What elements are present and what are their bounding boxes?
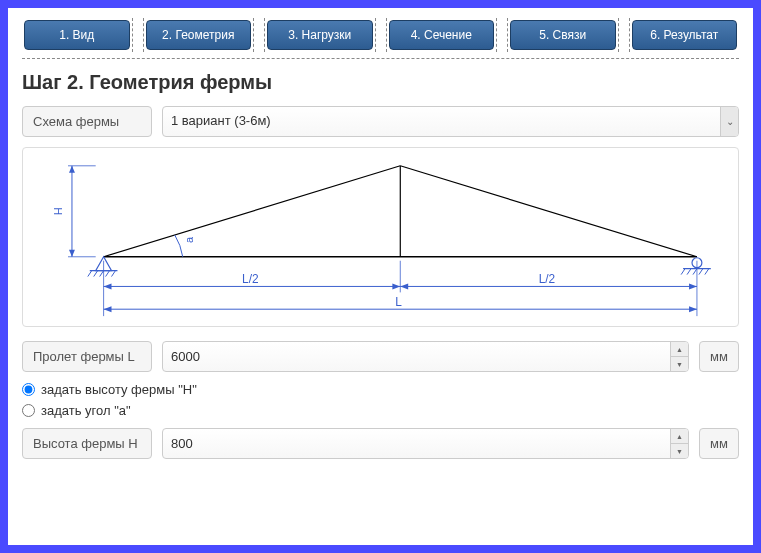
scheme-select[interactable]: 1 вариант (3-6м) [162,106,739,137]
svg-text:L/2: L/2 [242,272,259,286]
svg-line-1 [104,166,401,257]
truss-diagram: H a L/2 L/2 L [22,147,739,327]
tab-view[interactable]: 1. Вид [24,20,130,50]
page-title: Шаг 2. Геометрия фермы [22,71,739,94]
tab-geometry[interactable]: 2. Геометрия [146,20,252,50]
height-spinner[interactable]: ▲▼ [670,429,688,458]
svg-marker-30 [104,283,112,289]
svg-line-7 [94,271,98,277]
svg-marker-31 [392,283,400,289]
tab-section[interactable]: 4. Сечение [389,20,495,50]
svg-line-13 [681,269,685,275]
radio-by-height[interactable]: задать высоту фермы "H" [22,382,739,397]
height-input[interactable] [162,428,689,459]
svg-text:L: L [395,295,402,309]
svg-line-15 [693,269,697,275]
svg-line-6 [88,271,92,277]
svg-marker-32 [400,283,408,289]
svg-line-8 [100,271,104,277]
step-tabs: 1. Вид 2. Геометрия 3. Нагрузки 4. Сечен… [22,18,739,59]
tab-result[interactable]: 6. Результат [632,20,738,50]
svg-marker-22 [69,250,75,257]
svg-text:L/2: L/2 [539,272,556,286]
height-unit: мм [699,428,739,459]
svg-text:a: a [183,236,195,243]
svg-marker-21 [69,166,75,173]
radio-by-angle[interactable]: задать угол "a" [22,403,739,418]
svg-marker-38 [689,306,697,312]
svg-marker-33 [689,283,697,289]
svg-marker-37 [104,306,112,312]
span-unit: мм [699,341,739,372]
scheme-label: Схема фермы [22,106,152,137]
svg-line-17 [705,269,709,275]
radio-by-height-input[interactable] [22,383,35,396]
svg-line-10 [112,271,116,277]
span-spinner[interactable]: ▲▼ [670,342,688,371]
tab-loads[interactable]: 3. Нагрузки [267,20,373,50]
radio-by-angle-label: задать угол "a" [41,403,131,418]
tab-bracing[interactable]: 5. Связи [510,20,616,50]
svg-line-16 [699,269,703,275]
svg-line-9 [106,271,110,277]
span-label: Пролет фермы L [22,341,152,372]
svg-text:H: H [52,207,64,215]
radio-by-angle-input[interactable] [22,404,35,417]
svg-line-2 [400,166,697,257]
radio-by-height-label: задать высоту фермы "H" [41,382,197,397]
svg-line-14 [687,269,691,275]
height-label: Высота фермы H [22,428,152,459]
span-input[interactable] [162,341,689,372]
